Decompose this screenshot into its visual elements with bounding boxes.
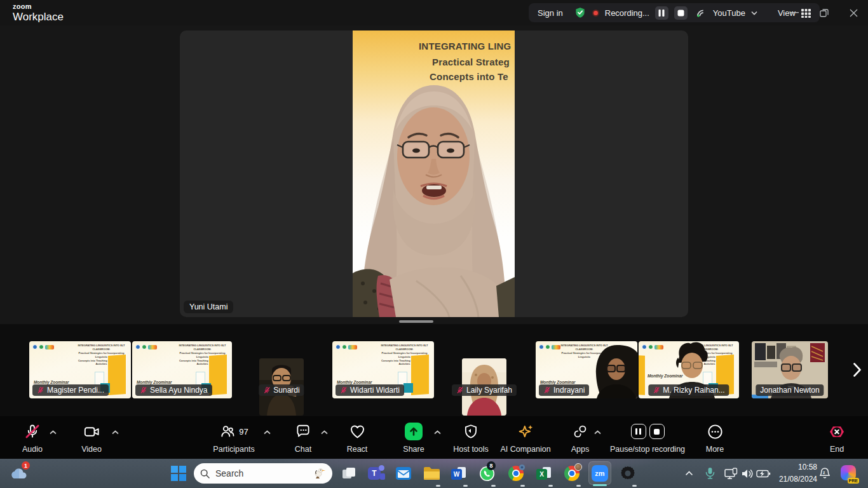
tray-show-hidden-icons[interactable] (680, 464, 698, 482)
participant-name-label: Laily Syarifah (452, 384, 517, 396)
participant-tile[interactable]: INTEGRATING LINGUISTICS INTO ELT CLASSRO… (132, 341, 232, 398)
speaker-portrait (353, 30, 515, 317)
monitor-icon (724, 468, 738, 480)
running-indicator (436, 485, 440, 487)
taskbar-clock[interactable]: 10:58 21/08/2024 (769, 461, 817, 485)
taskbar-word-icon[interactable]: W (450, 464, 468, 482)
chevron-up-icon (685, 471, 693, 476)
live-stream-icon (696, 8, 707, 18)
task-view-button[interactable] (340, 464, 358, 482)
video-button[interactable]: Video (50, 422, 133, 454)
participant-name-label: Jonathan Newton (756, 384, 824, 396)
mic-muted-icon (340, 386, 348, 394)
windows-logo-icon (171, 466, 186, 481)
svg-text:z: z (823, 470, 825, 475)
taskbar-settings-icon[interactable] (619, 464, 637, 482)
participant-tile[interactable]: INTEGRATING LINGUISTICS INTO ELT CLASSRO… (332, 341, 434, 398)
excel-glyph: X (536, 469, 547, 480)
participant-name-label: Magister Pendi... (32, 384, 109, 396)
copilot-preview-badge: PRE (848, 478, 859, 484)
mic-muted-icon (24, 423, 41, 440)
main-stage: INTEGRATING LING Practical Strateg Conce… (0, 25, 868, 324)
zoom-meeting-window: zoom Workplace Sign in Recording... YouT… (0, 0, 868, 488)
stop-recording-button[interactable] (674, 6, 688, 20)
slide-logos (336, 344, 357, 349)
recording-dot-icon (592, 10, 599, 17)
meeting-toolbar: Audio Video 97 Participants (0, 416, 868, 459)
participant-tile[interactable]: INTEGRATING LINGUISTICS INTO ELT CLASSRO… (639, 341, 739, 398)
taskbar-excel-icon[interactable]: X (535, 464, 553, 482)
taskbar-chrome-profile-icon[interactable] (563, 464, 581, 482)
taskbar-explorer-icon[interactable] (423, 464, 440, 482)
filmstrip-resize-handle[interactable] (399, 320, 433, 323)
share-screen-icon (405, 423, 423, 440)
participant-name-label: Widarti Widarti (336, 384, 404, 396)
mic-muted-icon (456, 386, 464, 394)
word-glyph: W (451, 469, 462, 480)
speaker-name-label: Yuni Utami (184, 301, 233, 313)
video-options-chevron[interactable] (112, 430, 121, 437)
search-highlight-bird-icon (312, 466, 326, 480)
mic-muted-icon (37, 386, 44, 394)
security-shield-icon[interactable] (574, 6, 587, 19)
titlebar-cluster: Sign in Recording... YouTube View (529, 3, 820, 22)
participant-name-label: M. Rizky Raihan... (648, 384, 729, 396)
zoom-running-indicator (593, 484, 607, 486)
heart-icon (349, 423, 366, 440)
participant-tile[interactable]: INTEGRATING LINGUISTICS INTO ELT CLASSRO… (29, 341, 131, 398)
ai-sparkle-icon (517, 423, 534, 440)
minimize-button[interactable] (780, 0, 809, 25)
apps-options-chevron[interactable] (594, 430, 603, 437)
active-speaker-tile[interactable]: INTEGRATING LING Practical Strateg Conce… (180, 30, 688, 317)
participants-icon (219, 423, 236, 440)
speaker-icon (742, 468, 754, 479)
running-indicator (520, 485, 525, 487)
participants-count: 97 (239, 427, 248, 437)
profile-avatar (574, 463, 582, 471)
chevron-right-icon (853, 363, 861, 377)
recording-status: Recording... (605, 8, 649, 18)
zoom-app-glyph: zm (592, 465, 608, 482)
whatsapp-badge: 8 (487, 461, 496, 470)
mail-envelope-icon (395, 465, 412, 482)
task-view-icon (342, 466, 356, 480)
taskbar-zoom-icon[interactable]: zm (591, 464, 609, 482)
sign-in-button[interactable]: Sign in (538, 8, 563, 18)
close-button[interactable] (839, 0, 868, 25)
tray-time: 10:58 (769, 461, 817, 473)
microphone-icon (705, 467, 715, 480)
tray-notifications-icon[interactable]: z (816, 464, 834, 482)
tray-microphone-icon[interactable] (701, 464, 719, 482)
gear-overlay-icon (519, 464, 526, 471)
end-button[interactable]: End (796, 422, 868, 454)
filmstrip-next-button[interactable] (849, 356, 865, 384)
shield-icon (463, 423, 479, 440)
taskbar-mail-icon[interactable] (395, 464, 412, 482)
pause-recording-button[interactable] (655, 6, 668, 20)
participant-name-label: Indrayani (539, 384, 589, 396)
pause-icon[interactable] (631, 424, 646, 439)
tray-display-icon[interactable] (722, 464, 740, 482)
maximize-restore-button[interactable] (810, 0, 839, 25)
participant-name-label: Sunardi (259, 384, 304, 396)
stop-icon[interactable] (649, 424, 665, 439)
running-indicator (491, 485, 496, 487)
chat-bubble-icon (295, 423, 311, 440)
more-button[interactable]: More (674, 422, 756, 454)
start-button[interactable] (170, 464, 187, 482)
zoom-workplace-logo: zoom Workplace (13, 3, 64, 22)
stream-service-label[interactable]: YouTube (713, 8, 745, 18)
taskbar-chrome-meet-icon[interactable] (507, 464, 525, 482)
running-indicator (548, 485, 553, 487)
stream-chevron-down-icon[interactable] (751, 11, 757, 15)
mic-muted-icon (653, 386, 660, 394)
taskbar-teams-icon[interactable]: T (367, 464, 385, 482)
taskbar-search[interactable]: Search (194, 463, 332, 484)
slide-logos (32, 344, 54, 349)
taskbar-copilot-icon[interactable]: PRE (840, 464, 858, 482)
slide-logos (135, 344, 157, 349)
title-bar: zoom Workplace Sign in Recording... YouT… (0, 0, 868, 25)
participant-tile[interactable]: Jonathan Newton (752, 341, 828, 398)
participant-tile[interactable]: INTEGRATING LINGUISTICS INTO ELT CLASSRO… (536, 341, 637, 398)
mic-muted-icon (140, 386, 147, 394)
